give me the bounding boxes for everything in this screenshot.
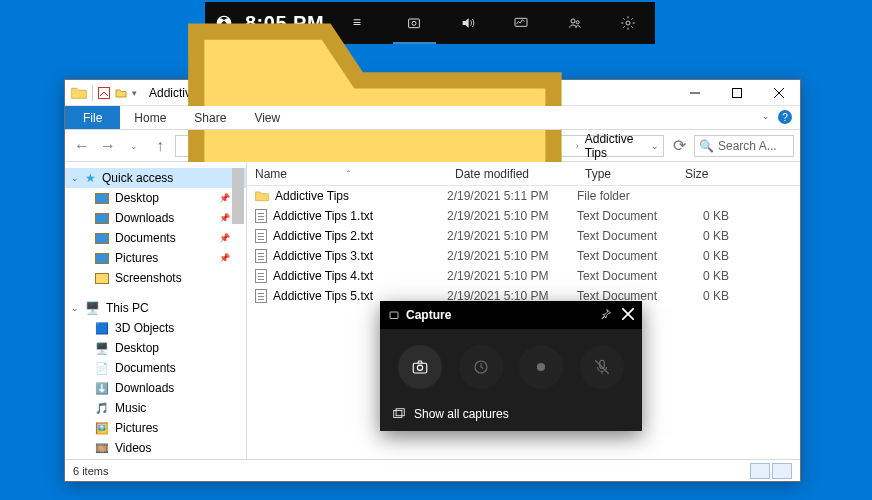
sidebar-quick-access[interactable]: ⌄ ★ Quick access [65, 168, 246, 188]
sidebar-item[interactable]: ⬇️Downloads [65, 378, 246, 398]
column-size[interactable]: Size [677, 167, 737, 181]
properties-icon[interactable] [98, 87, 110, 99]
sidebar-item[interactable]: Screenshots [65, 268, 246, 288]
sidebar-item[interactable]: 📄Documents [65, 358, 246, 378]
svg-rect-16 [396, 409, 404, 416]
file-type: File folder [577, 189, 677, 203]
sidebar-label: Music [115, 401, 146, 415]
show-all-captures-button[interactable]: Show all captures [380, 397, 642, 431]
file-row[interactable]: Addictive Tips2/19/2021 5:11 PMFile fold… [247, 186, 800, 206]
ribbon-expand-icon[interactable]: ⌄ [762, 111, 770, 121]
file-name: Addictive Tips [275, 189, 349, 203]
nav-recent-button[interactable]: ⌄ [123, 135, 145, 157]
help-icon[interactable]: ? [778, 110, 792, 124]
chevron-right-icon[interactable]: › [576, 141, 579, 151]
file-row[interactable]: Addictive Tips 1.txt2/19/2021 5:10 PMTex… [247, 206, 800, 226]
drive-icon: ⬇️ [95, 382, 109, 395]
sidebar-label: Downloads [115, 381, 174, 395]
sidebar-item[interactable]: 🟦3D Objects [65, 318, 246, 338]
capture-icon [388, 309, 400, 321]
file-name: Addictive Tips 5.txt [273, 289, 373, 303]
folder-icon [255, 190, 269, 202]
nav-forward-button[interactable]: → [97, 135, 119, 157]
svg-point-11 [418, 365, 423, 370]
capture-header[interactable]: Capture [380, 301, 642, 329]
sidebar-item[interactable]: 🖼️Pictures [65, 418, 246, 438]
file-name: Addictive Tips 3.txt [273, 249, 373, 263]
status-bar: 6 items [65, 459, 800, 481]
sidebar-label: Downloads [115, 211, 174, 225]
breadcrumb-item[interactable]: Addictive Tips [585, 132, 645, 160]
text-file-icon [255, 209, 267, 223]
tab-home[interactable]: Home [120, 106, 180, 129]
sidebar-item[interactable]: 🖥️Desktop [65, 338, 246, 358]
text-file-icon [255, 269, 267, 283]
settings-button[interactable] [602, 2, 655, 44]
sidebar-item[interactable]: Documents📌 [65, 228, 246, 248]
close-button[interactable] [758, 80, 800, 106]
pin-icon: 📌 [219, 253, 230, 263]
file-row[interactable]: Addictive Tips 4.txt2/19/2021 5:10 PMTex… [247, 266, 800, 286]
file-type: Text Document [577, 249, 677, 263]
microphone-button[interactable] [580, 345, 624, 389]
search-box[interactable]: 🔍 Search A... [694, 135, 794, 157]
file-name: Addictive Tips 1.txt [273, 209, 373, 223]
sidebar-label: Pictures [115, 421, 158, 435]
file-type: Text Document [577, 269, 677, 283]
file-name: Addictive Tips 2.txt [273, 229, 373, 243]
file-name: Addictive Tips 4.txt [273, 269, 373, 283]
sidebar-label: Pictures [115, 251, 158, 265]
navigation-pane[interactable]: ⌄ ★ Quick access Desktop📌Downloads📌Docum… [65, 162, 247, 459]
refresh-button[interactable]: ⟳ [668, 135, 690, 157]
folder-icon [71, 86, 87, 100]
sidebar-item[interactable]: Desktop📌 [65, 188, 246, 208]
sidebar-label: 3D Objects [115, 321, 174, 335]
path-dropdown-icon[interactable]: ⌄ [651, 141, 659, 151]
start-recording-button[interactable] [519, 345, 563, 389]
sidebar-item[interactable]: 💽Local Disk (C:) [65, 458, 246, 459]
drive-icon: 🎞️ [95, 442, 109, 455]
address-path[interactable]: › Addictive Tips ⌄ [175, 135, 664, 157]
sidebar-item[interactable]: Downloads📌 [65, 208, 246, 228]
minimize-button[interactable] [674, 80, 716, 106]
show-all-label: Show all captures [414, 407, 509, 421]
record-last-button[interactable] [459, 345, 503, 389]
svg-point-13 [537, 363, 545, 371]
pin-icon[interactable] [600, 308, 612, 323]
column-type[interactable]: Type [577, 167, 677, 181]
tab-file[interactable]: File [65, 106, 120, 129]
screenshot-button[interactable] [398, 345, 442, 389]
sidebar-label: Screenshots [115, 271, 182, 285]
sidebar-label: Quick access [102, 171, 173, 185]
svg-point-5 [576, 21, 579, 24]
column-name[interactable]: Nameˆ [247, 167, 447, 181]
drive-icon: 🎵 [95, 402, 109, 415]
nav-up-button[interactable]: ↑ [149, 135, 171, 157]
pin-icon: 📌 [219, 213, 230, 223]
file-row[interactable]: Addictive Tips 2.txt2/19/2021 5:10 PMTex… [247, 226, 800, 246]
drive-icon: 📄 [95, 362, 109, 375]
sidebar-item[interactable]: 🎵Music [65, 398, 246, 418]
maximize-button[interactable] [716, 80, 758, 106]
file-row[interactable]: Addictive Tips 3.txt2/19/2021 5:10 PMTex… [247, 246, 800, 266]
sidebar-item[interactable]: Pictures📌 [65, 248, 246, 268]
sidebar-label: Desktop [115, 191, 159, 205]
sidebar-item[interactable]: 🎞️Videos [65, 438, 246, 458]
view-details-button[interactable] [750, 463, 770, 479]
nav-back-button[interactable]: ← [71, 135, 93, 157]
tab-view[interactable]: View [240, 106, 294, 129]
qat-more-icon[interactable]: ▾ [132, 88, 137, 98]
new-folder-icon[interactable] [115, 87, 127, 99]
capture-widget[interactable]: Capture Show all captures [380, 301, 642, 431]
chevron-down-icon[interactable]: ⌄ [71, 303, 79, 313]
close-icon[interactable] [622, 308, 634, 323]
sidebar-scrollbar[interactable] [232, 168, 244, 224]
text-file-icon [255, 249, 267, 263]
column-date[interactable]: Date modified [447, 167, 577, 181]
folder-icon [95, 253, 109, 264]
chevron-down-icon[interactable]: ⌄ [71, 173, 79, 183]
tab-share[interactable]: Share [180, 106, 240, 129]
drive-icon: 🖼️ [95, 422, 109, 435]
sidebar-this-pc[interactable]: ⌄ 🖥️ This PC [65, 298, 246, 318]
view-large-button[interactable] [772, 463, 792, 479]
